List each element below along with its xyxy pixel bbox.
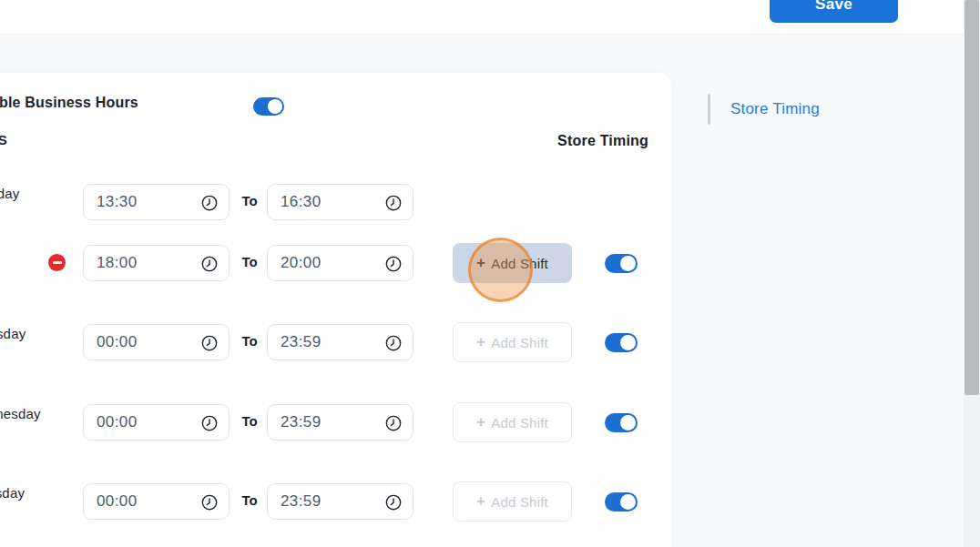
plus-icon: + xyxy=(476,413,485,431)
time-from-input[interactable] xyxy=(83,404,230,441)
day-label-thursday: Thursday xyxy=(0,485,25,501)
to-label: To xyxy=(238,492,261,508)
day-toggle-tuesday[interactable] xyxy=(605,333,638,352)
toggle-knob xyxy=(620,494,636,510)
time-from-input[interactable] xyxy=(83,483,230,520)
day-label-tuesday: Tuesday xyxy=(0,326,26,341)
clock-icon[interactable] xyxy=(200,414,219,436)
toggle-knob xyxy=(620,256,636,271)
day-toggle-thursday[interactable] xyxy=(605,492,638,512)
clock-icon[interactable] xyxy=(384,414,403,436)
store-timing-column-header: Store Timing xyxy=(557,133,648,149)
enable-business-hours-label: Enable Business Hours xyxy=(0,95,138,111)
clock-icon[interactable] xyxy=(200,194,219,216)
day-label-wednesday: Wednesday xyxy=(0,406,41,421)
shift-row-tuesday: Tuesday To + Add Shift xyxy=(0,323,671,363)
toggle-knob xyxy=(268,99,282,114)
day-toggle-monday[interactable] xyxy=(605,254,638,273)
add-shift-button-thursday[interactable]: + Add Shift xyxy=(453,481,572,522)
time-to-input[interactable] xyxy=(267,483,413,520)
clock-icon[interactable] xyxy=(200,334,219,356)
shift-row-thursday: Thursday To + Add Shift xyxy=(0,482,671,522)
days-column-header: DAYS xyxy=(0,132,7,148)
shift-row-monday-2: To + Add Shift xyxy=(0,244,671,284)
time-from-input[interactable] xyxy=(83,324,230,360)
to-label: To xyxy=(238,193,261,208)
to-label: To xyxy=(238,333,261,349)
plus-icon: + xyxy=(476,492,485,511)
day-label-monday: Monday xyxy=(0,186,20,201)
save-button[interactable]: Save xyxy=(770,0,898,23)
time-to-input[interactable] xyxy=(267,245,413,281)
clock-icon[interactable] xyxy=(200,255,219,277)
day-toggle-wednesday[interactable] xyxy=(605,413,638,432)
plus-icon: + xyxy=(476,254,485,272)
remove-shift-icon[interactable] xyxy=(48,254,66,271)
shift-row-wednesday: Wednesday To + Add Shift xyxy=(0,403,671,443)
clock-icon[interactable] xyxy=(384,194,403,216)
plus-icon: + xyxy=(476,333,485,351)
to-label: To xyxy=(238,254,261,269)
time-to-input[interactable] xyxy=(267,324,413,360)
enable-business-hours-toggle[interactable] xyxy=(253,97,284,116)
vertical-scrollbar[interactable] xyxy=(964,0,980,547)
scrollbar-thumb[interactable] xyxy=(965,0,979,395)
time-from-input[interactable] xyxy=(83,184,230,220)
add-shift-button-monday[interactable]: + Add Shift xyxy=(453,243,572,283)
to-label: To xyxy=(238,413,261,429)
clock-icon[interactable] xyxy=(384,334,403,356)
time-to-input[interactable] xyxy=(267,404,413,441)
shift-row-monday-1: Monday To xyxy=(0,183,671,223)
store-timing-panel: Enable Business Hours DAYS Store Timing … xyxy=(0,73,671,547)
nav-item-store-timing[interactable]: Store Timing xyxy=(730,100,820,118)
clock-icon[interactable] xyxy=(384,493,403,515)
time-to-input[interactable] xyxy=(267,184,413,220)
toggle-knob xyxy=(620,415,636,431)
clock-icon[interactable] xyxy=(200,493,219,515)
toggle-knob xyxy=(620,335,636,350)
active-section-indicator xyxy=(708,94,710,125)
add-shift-button-tuesday[interactable]: + Add Shift xyxy=(453,322,572,362)
top-bar: Save xyxy=(0,0,980,35)
add-shift-button-wednesday[interactable]: + Add Shift xyxy=(453,402,572,442)
time-from-input[interactable] xyxy=(83,245,230,281)
clock-icon[interactable] xyxy=(384,255,403,277)
